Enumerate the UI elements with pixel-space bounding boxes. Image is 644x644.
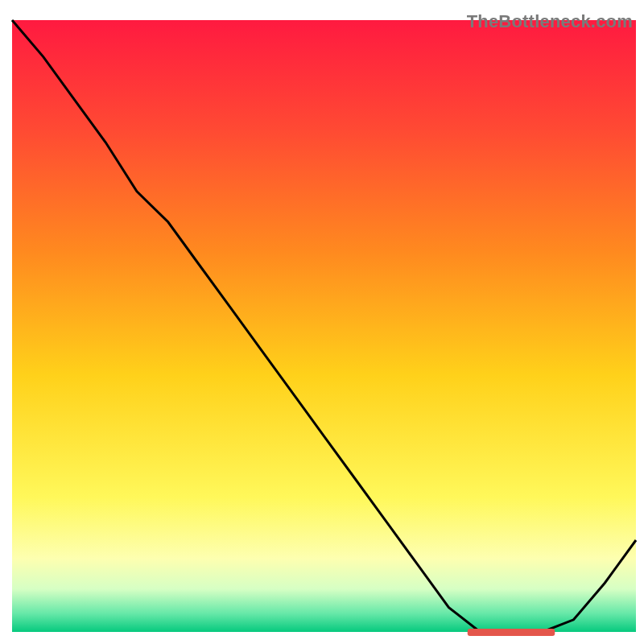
chart-container: TheBottleneck.com xyxy=(0,0,644,644)
chart-svg xyxy=(0,0,644,644)
optimal-range-marker xyxy=(468,629,555,636)
watermark: TheBottleneck.com xyxy=(467,11,633,32)
plot-area xyxy=(12,20,636,632)
